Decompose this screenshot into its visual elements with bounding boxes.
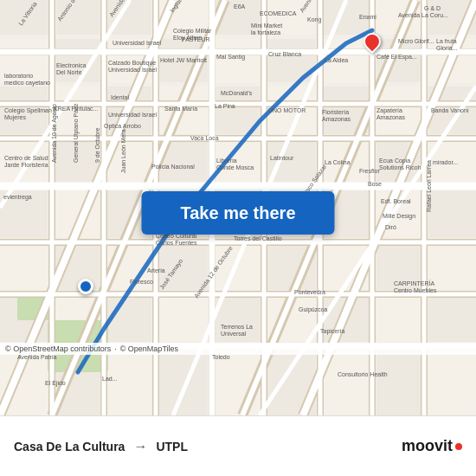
svg-text:La Pina: La Pina (215, 103, 235, 109)
svg-text:Gloria...: Gloria... (436, 45, 458, 51)
svg-rect-72 (428, 346, 476, 415)
svg-text:Optica Arrobo: Optica Arrobo (104, 123, 141, 130)
svg-text:Pontevedra: Pontevedra (294, 289, 325, 295)
svg-text:Floristería: Floristería (322, 109, 349, 115)
svg-text:evientrega: evientrega (3, 194, 32, 201)
svg-text:UNO MOTOR: UNO MOTOR (268, 107, 306, 113)
moovit-dot-icon (455, 443, 462, 450)
svg-text:Policia Nacional: Policia Nacional (151, 164, 195, 170)
svg-text:G & D: G & D (424, 5, 441, 11)
svg-text:Vaca Loca: Vaca Loca (190, 135, 219, 141)
svg-text:Juan León Mera: Juan León Mera (120, 129, 126, 173)
tiles-attribution: © OpenMapTiles (120, 344, 178, 353)
svg-text:Toledo: Toledo (212, 354, 230, 360)
svg-text:Conde Mosca: Conde Mosca (216, 164, 254, 170)
svg-text:Centro Muebles: Centro Muebles (394, 287, 437, 293)
svg-text:la fortaleza: la fortaleza (251, 29, 280, 35)
map-attribution: © OpenStreetMap contributors · © OpenMap… (0, 343, 476, 355)
svg-rect-71 (376, 346, 424, 415)
svg-text:Universal: Universal (221, 331, 247, 337)
svg-text:medico cayetano: medico cayetano (4, 80, 50, 87)
svg-text:Latintour: Latintour (270, 155, 294, 161)
svg-text:Idental: Idental (111, 94, 129, 100)
svg-text:Eloy Alfaro: Eloy Alfaro (173, 35, 203, 42)
svg-text:Del Norte: Del Norte (56, 69, 82, 75)
svg-text:Santa María: Santa María (164, 106, 197, 112)
svg-text:Jarde Floristería: Jarde Floristería (4, 162, 48, 168)
svg-text:Universidad Israel: Universidad Israel (113, 40, 161, 46)
svg-rect-54 (428, 242, 476, 290)
moovit-logo: moovit (402, 437, 462, 455)
svg-text:Mal Santig: Mal Santig (216, 54, 245, 61)
svg-text:Colegio Spellman: Colegio Spellman (4, 107, 52, 114)
svg-rect-14 (212, 39, 260, 82)
svg-text:Lad...: Lad... (102, 376, 118, 382)
take-me-there-button[interactable]: Take me there (142, 191, 335, 235)
svg-text:La fruta: La fruta (436, 38, 457, 44)
svg-text:Librería: Librería (216, 158, 237, 164)
svg-text:Bose: Bose (368, 181, 382, 187)
info-bar: Casa De La Cultura → UTPL moovit (0, 415, 476, 476)
svg-text:Amazonas: Amazonas (376, 114, 406, 120)
svg-text:Diró: Diró (385, 224, 396, 230)
svg-text:Avenida La Coru...: Avenida La Coru... (398, 12, 448, 18)
svg-text:Colegio Militar: Colegio Militar (173, 28, 212, 35)
svg-text:Fresflor: Fresflor (359, 168, 380, 174)
svg-text:El Ejido: El Ejido (45, 380, 66, 387)
origin-marker (78, 279, 93, 294)
svg-text:Avenida Patria: Avenida Patria (17, 354, 57, 360)
svg-text:Hotel JW Marriott: Hotel JW Marriott (160, 57, 207, 63)
svg-text:Universidad Israel: Universidad Israel (108, 67, 157, 73)
svg-text:Mujeres: Mujeres (4, 114, 26, 121)
svg-text:ECOMEDICA: ECOMEDICA (260, 10, 297, 16)
svg-text:Tapicería: Tapicería (320, 328, 345, 335)
svg-text:E6A: E6A (234, 3, 246, 10)
svg-text:Electronica: Electronica (56, 62, 87, 68)
svg-rect-46 (0, 242, 48, 290)
svg-text:Rafael León Larrea: Rafael León Larrea (426, 160, 432, 212)
svg-text:Solutions Ricoh: Solutions Ricoh (379, 164, 421, 170)
moovit-text: moovit (402, 437, 453, 455)
svg-text:laboratorio: laboratorio (4, 73, 33, 79)
osm-attribution: © OpenStreetMap contributors (5, 344, 111, 353)
svg-text:Carlos Fuentes: Carlos Fuentes (156, 240, 197, 246)
svg-rect-45 (428, 190, 476, 238)
svg-text:La Aldea: La Aldea (325, 57, 348, 63)
svg-text:Centro de Salud: Centro de Salud (4, 155, 48, 161)
svg-text:Banda Vanoni: Banda Vanoni (431, 107, 469, 113)
svg-text:Calzado Boutique: Calzado Boutique (108, 60, 156, 67)
svg-text:Kong: Kong (307, 16, 321, 23)
map-container: La Vittoria Antonio de Ul... Avenida 10 … (0, 0, 476, 415)
svg-text:9 de Octubre: 9 de Octubre (94, 127, 100, 163)
svg-text:CARPINTERÍA: CARPINTERÍA (394, 280, 434, 286)
svg-text:Amazonas: Amazonas (322, 116, 351, 122)
svg-text:General Ulpiano Páez: General Ulpiano Páez (73, 103, 80, 163)
svg-text:mirador...: mirador... (433, 159, 458, 165)
svg-text:Terrenos La: Terrenos La (221, 324, 253, 330)
svg-text:Cruz Blanca: Cruz Blanca (268, 51, 301, 57)
svg-rect-58 (156, 294, 208, 342)
svg-text:Mini Market: Mini Market (251, 23, 282, 29)
to-location: UTPL (156, 440, 188, 453)
svg-text:Torres del Castillo: Torres del Castillo (234, 235, 282, 241)
svg-text:Enami: Enami (359, 14, 376, 20)
svg-text:Café El Espa...: Café El Espa... (376, 54, 417, 61)
destination-marker (363, 33, 381, 55)
svg-rect-62 (376, 294, 424, 342)
svg-text:Edf. Boreal: Edf. Boreal (381, 198, 411, 204)
svg-text:La Colina: La Colina (325, 159, 351, 165)
svg-text:Guipúzcoa: Guipúzcoa (299, 306, 328, 313)
svg-text:Universidad Israel: Universidad Israel (108, 112, 157, 118)
svg-text:Avenida 10 de Agosto: Avenida 10 de Agosto (51, 104, 58, 163)
svg-text:Zapatería: Zapatería (376, 107, 402, 114)
svg-text:Floresco: Floresco (130, 279, 153, 285)
svg-text:Consultorio Health: Consultorio Health (338, 371, 388, 377)
route-arrow: → (133, 439, 147, 454)
svg-text:Ecua Copia: Ecua Copia (379, 158, 410, 164)
from-location: Casa De La Cultura (14, 440, 125, 453)
svg-text:Arteria: Arteria (147, 267, 165, 273)
svg-text:Micro Glorif...: Micro Glorif... (398, 38, 434, 44)
svg-rect-63 (428, 294, 476, 342)
svg-text:Millé Design: Millé Design (383, 213, 415, 220)
svg-text:McDonald's: McDonald's (221, 90, 253, 96)
